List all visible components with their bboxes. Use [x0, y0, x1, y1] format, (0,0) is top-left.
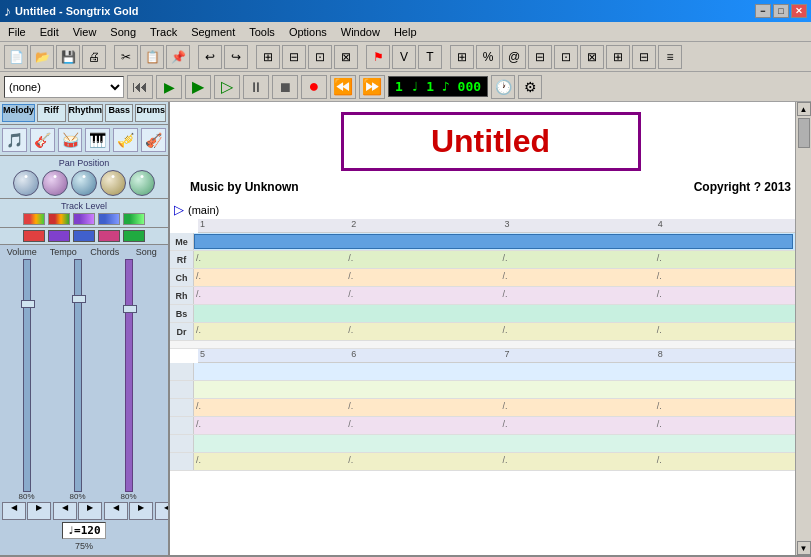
chords-btn-l[interactable]: ◀: [104, 502, 128, 520]
bass-type-btn[interactable]: Bass: [105, 104, 133, 122]
close-button[interactable]: ✕: [791, 4, 807, 18]
paste-button[interactable]: 📌: [166, 45, 190, 69]
menu-segment[interactable]: Segment: [185, 24, 241, 40]
bass-content-2[interactable]: [194, 435, 811, 452]
rhythm-content-1[interactable]: /. /. /. /.: [194, 287, 811, 304]
track-color-3[interactable]: [73, 230, 95, 242]
menu-view[interactable]: View: [67, 24, 103, 40]
riff-content-1[interactable]: /. /. /. /.: [194, 251, 811, 268]
riff-instrument-icon[interactable]: 🎸: [30, 128, 55, 152]
track-color-4[interactable]: [98, 230, 120, 242]
tempo-btn-r[interactable]: ▶: [78, 502, 102, 520]
scroll-up-arrow[interactable]: ▲: [797, 102, 811, 116]
save-button[interactable]: 💾: [56, 45, 80, 69]
song-btn-l[interactable]: ◀: [155, 502, 170, 520]
play-button[interactable]: ▶: [156, 75, 182, 99]
pan-knob-3[interactable]: [71, 170, 97, 196]
menu-tools[interactable]: Tools: [243, 24, 281, 40]
chords-btn-r[interactable]: ▶: [129, 502, 153, 520]
chords-fader-track[interactable]: [125, 259, 133, 492]
minimize-button[interactable]: −: [755, 4, 771, 18]
new-button[interactable]: 📄: [4, 45, 28, 69]
riff-content-2[interactable]: [194, 381, 811, 398]
print-button[interactable]: 🖨: [82, 45, 106, 69]
pause-button[interactable]: ⏸: [243, 75, 269, 99]
at-tool[interactable]: @: [502, 45, 526, 69]
tool3[interactable]: ⊡: [308, 45, 332, 69]
tool2[interactable]: ⊟: [282, 45, 306, 69]
melody-content-1[interactable]: …: [194, 233, 811, 250]
extra4[interactable]: ⊞: [606, 45, 630, 69]
menu-help[interactable]: Help: [388, 24, 423, 40]
undo-button[interactable]: ↩: [198, 45, 222, 69]
drums-content-2[interactable]: /. /. /. /.: [194, 453, 811, 470]
track-color-2[interactable]: [48, 230, 70, 242]
tool1[interactable]: ⊞: [256, 45, 280, 69]
redo-button[interactable]: ↪: [224, 45, 248, 69]
menu-song[interactable]: Song: [104, 24, 142, 40]
drums-instrument-icon[interactable]: 🎺: [113, 128, 138, 152]
fast-forward-button[interactable]: ⏩: [359, 75, 385, 99]
record-button[interactable]: ●: [301, 75, 327, 99]
tempo-fader-track[interactable]: [74, 259, 82, 492]
menu-options[interactable]: Options: [283, 24, 333, 40]
settings-button[interactable]: ⚙: [518, 75, 542, 99]
volume-fader-track[interactable]: [23, 259, 31, 492]
clock-button[interactable]: 🕐: [491, 75, 515, 99]
pan-knob-5[interactable]: [129, 170, 155, 196]
play-from-button[interactable]: ▷: [214, 75, 240, 99]
rewind-button[interactable]: ⏮: [127, 75, 153, 99]
bass-content-1[interactable]: [194, 305, 811, 322]
section-collapse-icon[interactable]: ▷: [174, 202, 184, 217]
pan-knob-1[interactable]: [13, 170, 39, 196]
vol-btn-r[interactable]: ▶: [27, 502, 51, 520]
drums-type-btn[interactable]: Drums: [135, 104, 166, 122]
vol-btn-l[interactable]: ◀: [2, 502, 26, 520]
chord-content-2[interactable]: /. /. /. /.: [194, 399, 811, 416]
menu-edit[interactable]: Edit: [34, 24, 65, 40]
chord-content-1[interactable]: /. /. /. /.: [194, 269, 811, 286]
extra1[interactable]: ⊟: [528, 45, 552, 69]
rhythm-instrument-icon[interactable]: 🥁: [58, 128, 83, 152]
scroll-down-arrow[interactable]: ▼: [797, 541, 811, 555]
stop-button[interactable]: ⏹: [272, 75, 298, 99]
menu-file[interactable]: File: [2, 24, 32, 40]
record-arm-button[interactable]: ▶: [185, 75, 211, 99]
melody-type-btn[interactable]: Melody: [2, 104, 35, 122]
volume-fader-handle[interactable]: [21, 300, 35, 308]
song-selector[interactable]: (none): [4, 76, 124, 98]
drums-content-1[interactable]: /. /. /. /.: [194, 323, 811, 340]
vertical-scrollbar[interactable]: ▲ ▼: [795, 102, 811, 555]
cut-button[interactable]: ✂: [114, 45, 138, 69]
pan-knob-4[interactable]: [100, 170, 126, 196]
grid-tool[interactable]: ⊞: [450, 45, 474, 69]
melody-block-1[interactable]: [194, 234, 793, 249]
scroll-thumb[interactable]: [798, 118, 810, 148]
flag-tool[interactable]: ⚑: [366, 45, 390, 69]
marker-tool[interactable]: V: [392, 45, 416, 69]
extra-instrument-icon[interactable]: 🎻: [141, 128, 166, 152]
extra2[interactable]: ⊡: [554, 45, 578, 69]
tempo-fader-handle[interactable]: [72, 295, 86, 303]
track-color-5[interactable]: [123, 230, 145, 242]
extra6[interactable]: ≡: [658, 45, 682, 69]
melody-instrument-icon[interactable]: 🎵: [2, 128, 27, 152]
chords-fader-handle[interactable]: [123, 305, 137, 313]
maximize-button[interactable]: □: [773, 4, 789, 18]
extra3[interactable]: ⊠: [580, 45, 604, 69]
melody-content-2[interactable]: [194, 363, 811, 380]
extra5[interactable]: ⊟: [632, 45, 656, 69]
pan-knob-2[interactable]: [42, 170, 68, 196]
slash-tool[interactable]: %: [476, 45, 500, 69]
text-tool[interactable]: T: [418, 45, 442, 69]
rhythm-content-2[interactable]: /. /. /. /.: [194, 417, 811, 434]
copy-button[interactable]: 📋: [140, 45, 164, 69]
riff-type-btn[interactable]: Riff: [37, 104, 65, 122]
menu-track[interactable]: Track: [144, 24, 183, 40]
menu-window[interactable]: Window: [335, 24, 386, 40]
tempo-btn-l[interactable]: ◀: [53, 502, 77, 520]
fast-rewind-button[interactable]: ⏪: [330, 75, 356, 99]
track-color-1[interactable]: [23, 230, 45, 242]
open-button[interactable]: 📂: [30, 45, 54, 69]
rhythm-type-btn[interactable]: Rhythm: [68, 104, 104, 122]
